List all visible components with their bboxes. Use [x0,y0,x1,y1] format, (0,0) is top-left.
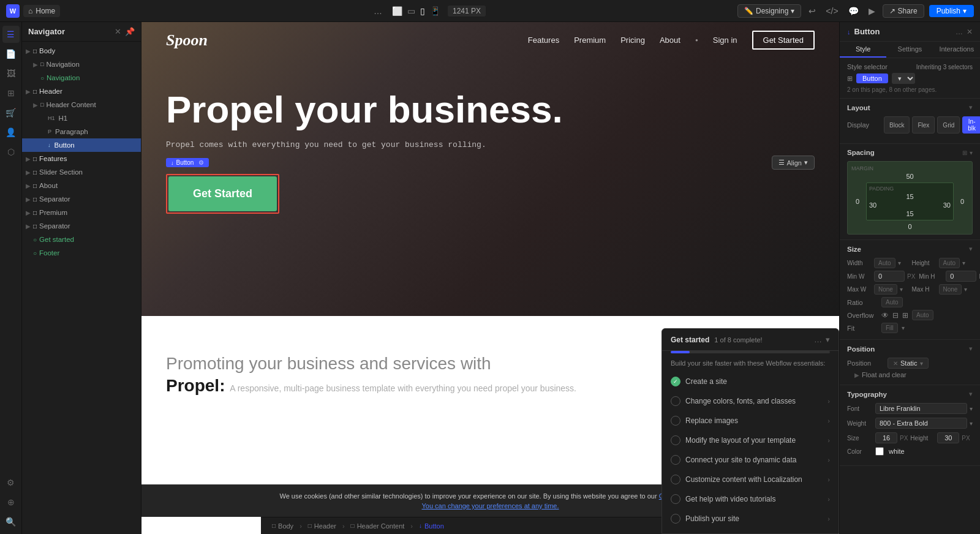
position-badge[interactable]: ✕ Static ▾ [888,358,929,369]
maxh-value[interactable]: None [939,284,962,295]
assets-icon[interactable]: 🖼 [2,65,20,82]
members-icon[interactable]: 👤 [2,124,20,141]
fit-value[interactable]: Fill [881,323,898,333]
fit-dropdown[interactable]: ▾ [902,325,905,331]
tree-item-about[interactable]: ▶ □ About [22,179,141,192]
display-block[interactable]: Block [884,116,910,134]
gs-item-0[interactable]: ✓ Create a site [662,372,839,391]
tree-item-button[interactable]: ↓ Button [22,138,141,152]
tab-style[interactable]: Style [840,42,886,58]
tree-item-features[interactable]: ▶ □ Features [22,152,141,165]
desktop-icon[interactable]: ⬜ [392,6,402,16]
settings-icon[interactable]: ⚙ [2,474,20,491]
publish-button[interactable]: Publish ▾ [929,5,974,17]
gs-collapse-icon[interactable]: ▾ [826,335,830,344]
ratio-value[interactable]: Auto [881,297,903,307]
gs-item-7[interactable]: Publish your site › [662,509,839,528]
typography-header[interactable]: Typography ▾ [840,385,980,401]
margin-top[interactable]: 50 [851,173,968,180]
minw-value[interactable]: 0 [874,271,905,282]
logic-icon[interactable]: ⬡ [2,143,20,160]
overflow-scroll-icon[interactable]: ⊞ [902,311,908,320]
tree-item-header[interactable]: ▶ □ Header [22,85,141,98]
nav-features[interactable]: Features [528,36,559,45]
ecommerce-icon[interactable]: 🛒 [2,104,20,121]
color-swatch[interactable] [875,447,884,456]
maxw-dropdown[interactable]: ▾ [900,286,903,293]
cms-icon[interactable]: ⊞ [2,85,20,102]
breadcrumb-header[interactable]: □ Header [303,521,341,531]
tablet-portrait-icon[interactable]: ▯ [420,6,425,16]
breadcrumb-body[interactable]: □ Body [267,521,298,531]
margin-right[interactable]: 0 [956,198,968,205]
maxh-dropdown[interactable]: ▾ [964,286,967,293]
position-header[interactable]: Position ▾ [840,340,980,355]
font-dropdown[interactable]: ▾ [970,405,973,412]
weight-value[interactable]: 800 - Extra Bold [875,418,967,429]
padding-top[interactable]: 15 [869,193,951,200]
ss-button[interactable]: Button [856,73,888,83]
font-value[interactable]: Libre Franklin [875,403,967,414]
typo-height-value[interactable]: 30 [937,432,959,443]
gs-item-1[interactable]: Change colors, fonts, and classes › [662,391,839,411]
pin-icon[interactable]: 📌 [125,27,135,36]
tree-item-body[interactable]: ▶ □ Body [22,44,141,58]
search-icon[interactable]: 🔍 [2,513,20,530]
tablet-landscape-icon[interactable]: ▭ [407,6,415,16]
padding-right[interactable]: 30 [943,201,951,209]
float-label[interactable]: Float and clear [862,371,907,378]
spacing-settings-icon[interactable]: ⊞ [962,149,967,156]
weight-dropdown[interactable]: ▾ [970,420,973,427]
display-grid[interactable]: Grid [937,116,960,134]
margin-bottom[interactable]: 0 [851,223,968,230]
typo-size-value[interactable]: 16 [875,432,897,443]
gs-item-4[interactable]: Connect your site to dynamic data › [662,450,839,470]
gs-item-2[interactable]: Replace images › [662,411,839,431]
overflow-clip-icon[interactable]: ⊟ [892,311,899,320]
nav-cta[interactable]: Get Started [752,31,815,50]
undo-button[interactable]: ↩ [806,4,818,18]
tab-settings[interactable]: Settings [886,42,933,58]
tree-item-header-content[interactable]: ▶ □ Header Content [22,98,141,111]
share-button[interactable]: ↗ Share [883,4,924,18]
tree-item-slider[interactable]: ▶ □ Slider Section [22,165,141,179]
display-flex[interactable]: Flex [912,116,935,134]
play-button[interactable]: ▶ [866,4,878,18]
apps-icon[interactable]: ⊕ [2,494,20,511]
hero-cta-button[interactable]: Get Started [168,176,277,211]
layout-header[interactable]: Layout ▾ [840,99,980,114]
rp-more-icon[interactable]: … [956,28,963,36]
mobile-icon[interactable]: 📱 [430,6,440,16]
maxw-value[interactable]: None [874,284,897,295]
gs-item-5[interactable]: Customize content with Localization › [662,470,839,489]
ss-dropdown[interactable]: ▾ [892,73,915,84]
tree-item-navigation2[interactable]: ○ Navigation [22,71,141,85]
nav-signin[interactable]: Sign in [713,36,737,45]
margin-left[interactable]: 0 [851,198,864,205]
code-button[interactable]: </> [823,4,840,18]
tree-item-premium[interactable]: ▶ □ Premium [22,206,141,219]
tree-item-navigation1[interactable]: ▶ □ Navigation [22,58,141,71]
height-value[interactable]: Auto [939,258,960,268]
home-button[interactable]: ⌂ Home [23,5,60,17]
tree-item-h1[interactable]: H1 H1 [22,111,141,125]
tree-item-get-started[interactable]: ○ Get started [22,233,141,246]
display-inblk[interactable]: In-blk [962,116,980,134]
spacing-more-icon[interactable]: ▾ [970,149,973,156]
width-dropdown[interactable]: ▾ [898,260,901,266]
tree-item-paragraph[interactable]: P Paragraph [22,125,141,138]
nav-premium[interactable]: Premium [574,36,606,45]
size-header[interactable]: Size ▾ [840,240,980,255]
gs-item-3[interactable]: Modify the layout of your template › [662,431,839,450]
nav-about[interactable]: About [660,36,680,45]
tree-item-separator2[interactable]: ▶ □ Separator [22,219,141,233]
breadcrumb-header-content[interactable]: □ Header Content [346,521,410,531]
tree-item-separator1[interactable]: ▶ □ Separator [22,192,141,206]
pages-icon[interactable]: 📄 [2,45,20,62]
overflow-auto[interactable]: Auto [912,310,933,320]
comment-button[interactable]: 💬 [846,4,861,18]
height-dropdown[interactable]: ▾ [962,260,965,266]
rp-close-icon[interactable]: ✕ [967,28,973,36]
padding-bottom[interactable]: 15 [869,210,951,217]
navigator-icon[interactable]: ☰ [2,26,20,43]
